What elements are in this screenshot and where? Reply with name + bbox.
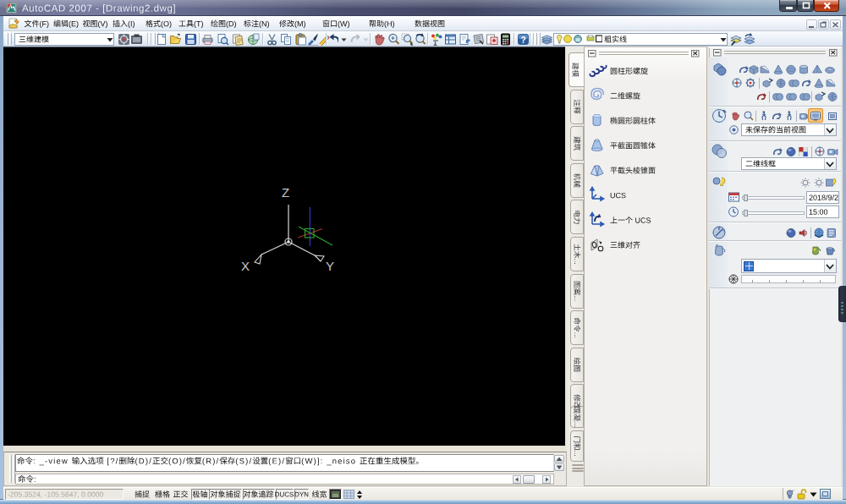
svg-text:Y: Y [326,259,334,273]
svg-text:X: X [241,259,250,273]
svg-text:?: ? [520,36,525,45]
svg-text:Z: Z [282,185,289,200]
